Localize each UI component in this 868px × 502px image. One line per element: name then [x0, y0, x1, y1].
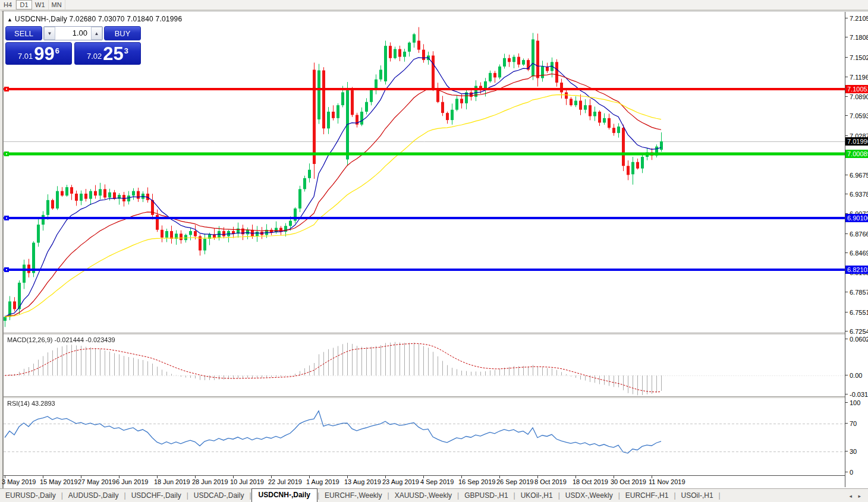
rsi-tick-label: 70: [845, 420, 868, 427]
price-tick-label: 7.18080: [845, 34, 868, 41]
date-label: 13 Aug 2019: [344, 478, 381, 485]
date-label: 11 Nov 2019: [649, 478, 685, 485]
price-axis[interactable]: 7.210507.180807.150207.119607.089007.059…: [845, 12, 868, 487]
tab-separator: |: [719, 491, 721, 502]
period-button-d1[interactable]: D1: [16, 0, 32, 10]
date-label: 1 Aug 2019: [306, 478, 339, 485]
date-label: 10 Jul 2019: [230, 478, 264, 485]
date-label: 28 Jun 2019: [192, 478, 228, 485]
buy-price-display[interactable]: 7.02 25 3: [74, 42, 141, 65]
symbol-tab-bar: EURUSD-,Daily|AUDUSD-,Daily|USDCHF-,Dail…: [0, 488, 868, 502]
symbol-tab-eurusd[interactable]: EURUSD-,Daily: [0, 490, 61, 502]
price-level-badge: 6.82103: [845, 266, 868, 274]
date-label: 18 Jun 2019: [154, 478, 190, 485]
price-tick-label: 6.87660: [845, 231, 868, 238]
price-tick-label: 6.96750: [845, 172, 868, 179]
date-label: 15 May 2019: [40, 478, 78, 485]
chart-ohlc-values: 7.02680 7.03070 7.01840 7.01996: [70, 15, 183, 23]
price-tick-label: 6.84690: [845, 250, 868, 257]
buy-price-sup: 3: [124, 44, 128, 55]
chart-region: ▲USDCNH-,Daily 7.02680 7.03070 7.01840 7…: [4, 12, 845, 475]
date-label: 3 May 2019: [2, 478, 36, 485]
macd-pane-canvas[interactable]: [4, 334, 845, 397]
symbol-tab-usdcnh[interactable]: USDCNH-,Daily: [251, 488, 317, 502]
volume-input[interactable]: 1.00: [55, 27, 91, 40]
rsi-pane-canvas[interactable]: [4, 398, 845, 475]
price-tick-label: 6.72540: [845, 328, 868, 335]
price-tick-label: 7.05930: [845, 112, 868, 119]
symbol-tab-usdchf[interactable]: USDCHF-,Daily: [126, 490, 187, 502]
symbol-tab-usoil[interactable]: USOil-,H1: [676, 490, 719, 502]
volume-up-icon[interactable]: ▲: [91, 27, 102, 40]
date-label: 6 Jun 2019: [116, 478, 148, 485]
price-tick-label: 7.15020: [845, 54, 868, 61]
price-tick-label: 6.75510: [845, 309, 868, 316]
macd-tick-label: 0.00: [845, 372, 868, 379]
price-level-badge: 7.10051: [845, 85, 868, 93]
macd-tick-label: 0.060273: [845, 336, 868, 343]
chart-collapse-icon[interactable]: ▲: [7, 17, 12, 23]
period-toolbar: H4 D1 W1 MN: [0, 0, 868, 10]
sell-price-prefix: 7.01: [18, 52, 33, 61]
macd-values: -0.021444 -0.023439: [54, 336, 115, 343]
rsi-pane-separator[interactable]: [4, 396, 868, 398]
volume-down-icon[interactable]: ▼: [44, 27, 55, 40]
price-level-badge: 7.01996: [845, 137, 868, 146]
rsi-name: RSI(14): [7, 400, 30, 407]
price-tick-label: 7.11960: [845, 74, 868, 81]
trading-terminal: H4 D1 W1 MN ▲USDCNH-,Daily 7.02680 7.030…: [0, 0, 868, 502]
sell-price-big: 99: [34, 45, 54, 63]
period-button-h4[interactable]: H4: [0, 0, 16, 10]
macd-tick-label: -0.03172: [845, 391, 868, 398]
sell-button[interactable]: SELL: [5, 26, 42, 40]
price-tick-label: 7.21050: [845, 15, 868, 22]
macd-name: MACD(12,26,9): [7, 336, 52, 343]
sell-price-display[interactable]: 7.01 99 6: [5, 42, 72, 65]
date-label: 16 Sep 2019: [458, 478, 495, 485]
symbol-tab-ukoil[interactable]: UKOil-,H1: [515, 490, 558, 502]
symbol-tab-gbpusd[interactable]: GBPUSD-,H1: [459, 490, 513, 502]
chart-symbol-period: USDCNH-,Daily: [15, 15, 67, 23]
symbol-tab-audusd[interactable]: AUDUSD-,Daily: [63, 490, 124, 502]
macd-pane-separator[interactable]: [4, 333, 868, 334]
date-axis[interactable]: 3 May 201915 May 201927 May 20196 Jun 20…: [4, 475, 845, 487]
price-level-badge: 7.00089: [845, 150, 868, 158]
price-tick-label: 6.93780: [845, 191, 868, 198]
sell-price-sup: 6: [55, 44, 59, 55]
symbol-tab-xauusd[interactable]: XAUUSD-,Weekly: [389, 490, 457, 502]
rsi-tick-label: 100: [845, 399, 868, 406]
tab-scroll-arrows[interactable]: ◂ ▸: [849, 493, 868, 502]
buy-price-prefix: 7.02: [87, 52, 102, 61]
macd-indicator-label: MACD(12,26,9) -0.021444 -0.023439: [7, 336, 115, 343]
volume-stepper: ▼ 1.00 ▲: [43, 26, 103, 40]
period-button-w1[interactable]: W1: [32, 0, 49, 10]
buy-button[interactable]: BUY: [104, 26, 141, 40]
symbol-tab-usdcad[interactable]: USDCAD-,Daily: [188, 490, 250, 502]
rsi-tick-label: 30: [845, 448, 868, 455]
date-label: 18 Oct 2019: [573, 478, 608, 485]
chart-title: ▲USDCNH-,Daily 7.02680 7.03070 7.01840 7…: [7, 15, 182, 23]
date-label: 27 May 2019: [78, 478, 116, 485]
symbol-tab-eurchf[interactable]: EURCHF-,Weekly: [319, 490, 387, 502]
rsi-indicator-label: RSI(14) 43.2893: [7, 400, 55, 407]
symbol-tab-usdx[interactable]: USDX-,Weekly: [560, 490, 618, 502]
symbol-tab-eurchf[interactable]: EURCHF-,H1: [620, 490, 674, 502]
price-level-badge: 6.90100: [845, 214, 868, 222]
date-label: 4 Sep 2019: [420, 478, 454, 485]
date-label: 23 Aug 2019: [382, 478, 419, 485]
price-tick-label: 7.08900: [845, 93, 868, 100]
date-label: 22 Jul 2019: [268, 478, 302, 485]
period-button-mn[interactable]: MN: [49, 0, 65, 10]
rsi-value: 43.2893: [32, 400, 55, 407]
date-label: 26 Sep 2019: [496, 478, 533, 485]
price-tick-label: 6.78570: [845, 289, 868, 296]
one-click-trade-panel: SELL ▼ 1.00 ▲ BUY 7.01 99 6 7.02 25 3: [5, 26, 141, 65]
buy-price-big: 25: [103, 45, 123, 63]
rsi-tick-label: 0: [845, 469, 868, 476]
date-label: 30 Oct 2019: [611, 478, 646, 485]
date-label: 8 Oct 2019: [534, 478, 567, 485]
